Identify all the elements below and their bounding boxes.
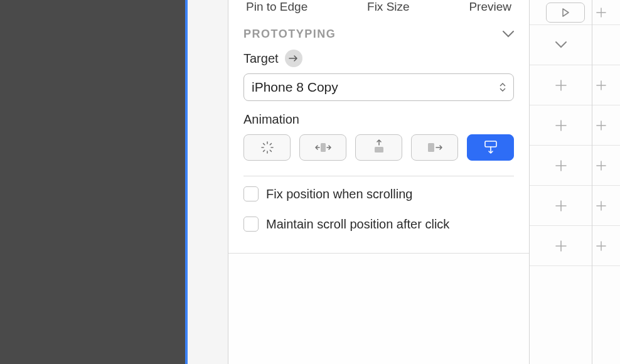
svg-rect-1 (375, 147, 383, 153)
animation-options (228, 134, 529, 176)
prototyping-section-header[interactable]: PROTOTYPING (228, 14, 529, 50)
right-row-add-5[interactable] (530, 226, 592, 266)
svg-rect-0 (321, 143, 326, 152)
fix-position-checkbox-row[interactable]: Fix position when scrolling (228, 176, 529, 204)
svg-rect-3 (485, 141, 496, 147)
right-row-add-1[interactable] (530, 65, 592, 105)
extra-row-add-5[interactable] (592, 226, 620, 266)
fix-position-checkbox[interactable] (243, 186, 259, 201)
extra-row-add-2[interactable] (592, 105, 620, 146)
maintain-scroll-checkbox-row[interactable]: Maintain scroll position after click (228, 204, 529, 234)
animation-slide-up-button[interactable] (355, 134, 402, 161)
extra-row-add-3[interactable] (592, 146, 620, 186)
target-select-value: iPhone 8 Copy (252, 80, 338, 95)
target-link-icon[interactable] (285, 50, 302, 67)
animation-slide-left-button[interactable] (299, 134, 346, 161)
extra-row-add-4[interactable] (592, 186, 620, 226)
panel-empty-area (228, 253, 529, 364)
extra-row-add-1[interactable] (592, 65, 620, 105)
right-side-panel (530, 0, 592, 364)
target-label: Target (243, 51, 279, 66)
artboard-selection-edge (185, 0, 188, 364)
animation-slide-right-button[interactable] (411, 134, 458, 161)
section-title: PROTOTYPING (243, 28, 336, 41)
right-row-add-4[interactable] (530, 186, 592, 226)
svg-rect-2 (428, 143, 434, 152)
inspector-panel: Pin to Edge Fix Size Preview PROTOTYPING… (228, 0, 530, 364)
right-row-collapse[interactable] (530, 25, 592, 65)
resize-tabs: Pin to Edge Fix Size Preview (228, 0, 529, 14)
select-stepper-icon (500, 83, 506, 92)
extra-row-add-0[interactable] (592, 0, 620, 25)
animation-none-button[interactable] (243, 134, 291, 161)
canvas-area[interactable] (0, 0, 185, 364)
maintain-scroll-checkbox[interactable] (243, 217, 259, 232)
fix-position-label: Fix position when scrolling (266, 187, 412, 201)
right-row-add-2[interactable] (530, 105, 592, 146)
right-extra-panel (592, 0, 620, 364)
tab-preview[interactable]: Preview (464, 0, 516, 14)
tab-pin-to-edge[interactable]: Pin to Edge (241, 0, 313, 14)
right-row-play (530, 0, 592, 25)
animation-slide-down-button[interactable] (467, 134, 514, 161)
play-button[interactable] (546, 3, 585, 23)
extra-row-empty (592, 25, 620, 65)
maintain-scroll-label: Maintain scroll position after click (266, 217, 449, 232)
chevron-down-icon (503, 29, 514, 40)
tab-fix-size[interactable]: Fix Size (362, 0, 415, 14)
animation-label: Animation (243, 112, 299, 126)
right-row-add-3[interactable] (530, 146, 592, 186)
target-select[interactable]: iPhone 8 Copy (243, 73, 514, 101)
